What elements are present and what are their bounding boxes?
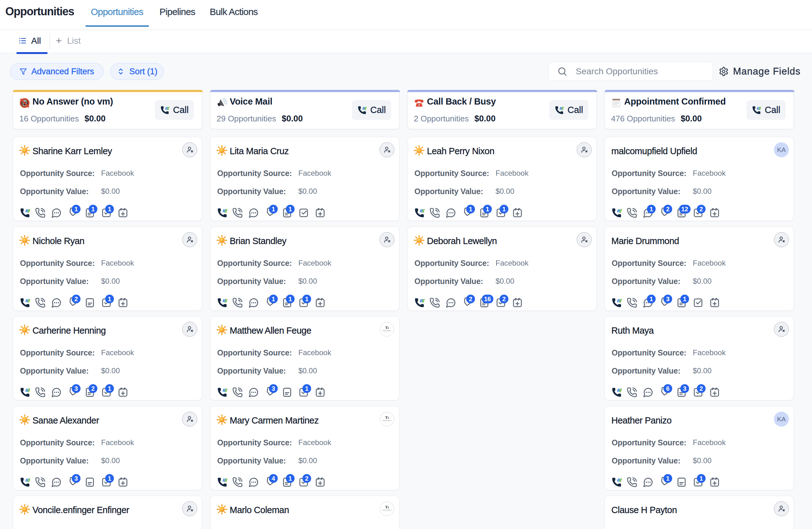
svg-text:TIERI ENERGY: TIERI ENERGY [382, 330, 391, 331]
svg-text:CONSULTING: CONSULTING [384, 332, 390, 333]
svg-text:TIERI ENERGY: TIERI ENERGY [382, 420, 391, 421]
svg-text:TIERI ENERGY: TIERI ENERGY [382, 510, 391, 511]
svg-text:CONSULTING: CONSULTING [384, 421, 390, 423]
svg-text:CONSULTING: CONSULTING [384, 511, 390, 512]
